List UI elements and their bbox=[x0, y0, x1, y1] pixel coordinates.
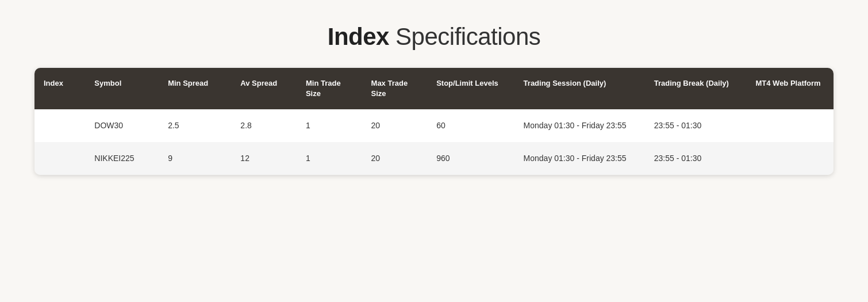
cell-max-trade-size: 20 bbox=[362, 109, 428, 142]
cell-trading-break: 23:55 - 01:30 bbox=[645, 109, 747, 142]
col-header-symbol: Symbol bbox=[85, 68, 159, 109]
cell-av-spread: 2.8 bbox=[231, 109, 297, 142]
table-header-row: Index Symbol Min Spread Av Spread Min Tr… bbox=[34, 68, 834, 109]
cell-index bbox=[34, 142, 85, 175]
cell-trading-break: 23:55 - 01:30 bbox=[645, 142, 747, 175]
cell-min-spread: 9 bbox=[159, 142, 231, 175]
cell-index bbox=[34, 109, 85, 142]
cell-trading-session: Monday 01:30 - Friday 23:55 bbox=[514, 109, 645, 142]
page-title: Index Specifications bbox=[328, 23, 541, 51]
cell-min-trade-size: 1 bbox=[297, 109, 362, 142]
cell-mt4 bbox=[746, 142, 834, 175]
cell-mt4 bbox=[746, 109, 834, 142]
col-header-min-spread: Min Spread bbox=[159, 68, 231, 109]
specifications-table: Index Symbol Min Spread Av Spread Min Tr… bbox=[34, 68, 834, 175]
cell-stop-limit: 960 bbox=[427, 142, 514, 175]
col-header-trading-session: Trading Session (Daily) bbox=[514, 68, 645, 109]
table-body: DOW302.52.812060Monday 01:30 - Friday 23… bbox=[34, 109, 834, 175]
cell-min-trade-size: 1 bbox=[297, 142, 362, 175]
table-row: NIKKEI225912120960Monday 01:30 - Friday … bbox=[34, 142, 834, 175]
col-header-trading-break: Trading Break (Daily) bbox=[645, 68, 747, 109]
col-header-stop-limit: Stop/Limit Levels bbox=[427, 68, 514, 109]
table-row: DOW302.52.812060Monday 01:30 - Friday 23… bbox=[34, 109, 834, 142]
col-header-min-trade-size: Min Trade Size bbox=[297, 68, 362, 109]
cell-av-spread: 12 bbox=[231, 142, 297, 175]
cell-stop-limit: 60 bbox=[427, 109, 514, 142]
col-header-mt4: MT4 Web Platform bbox=[746, 68, 834, 109]
cell-symbol: NIKKEI225 bbox=[85, 142, 159, 175]
col-header-max-trade-size: Max Trade Size bbox=[362, 68, 428, 109]
specifications-table-container: Index Symbol Min Spread Av Spread Min Tr… bbox=[34, 68, 834, 175]
col-header-av-spread: Av Spread bbox=[231, 68, 297, 109]
cell-symbol: DOW30 bbox=[85, 109, 159, 142]
cell-min-spread: 2.5 bbox=[159, 109, 231, 142]
col-header-index: Index bbox=[34, 68, 85, 109]
cell-trading-session: Monday 01:30 - Friday 23:55 bbox=[514, 142, 645, 175]
cell-max-trade-size: 20 bbox=[362, 142, 428, 175]
